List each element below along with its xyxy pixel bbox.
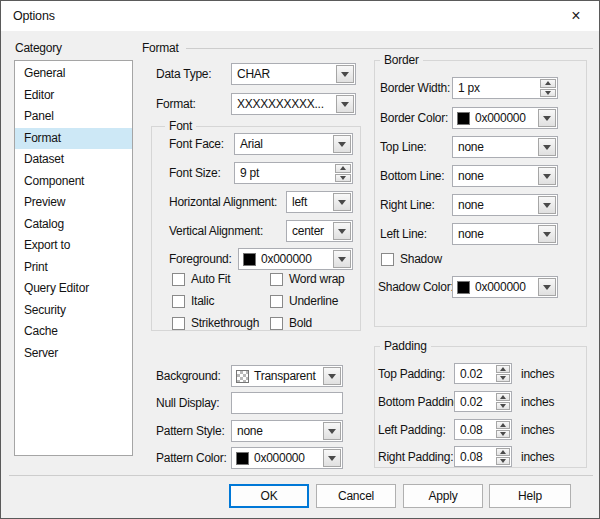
horizontal-alignment-select[interactable]: left xyxy=(286,191,353,213)
arrow-down-icon[interactable] xyxy=(496,457,510,465)
chevron-down-icon[interactable] xyxy=(333,193,351,211)
foreground-color-select[interactable]: 0x000000 xyxy=(238,248,353,270)
sidebar-item-general[interactable]: General xyxy=(15,63,132,85)
chevron-down-icon[interactable] xyxy=(336,95,354,113)
chevron-down-icon[interactable] xyxy=(336,65,354,83)
vertical-alignment-select[interactable]: center xyxy=(286,220,353,242)
bottom-line-select[interactable]: none xyxy=(452,165,558,187)
format-label: Format: xyxy=(156,93,196,115)
chevron-down-icon[interactable] xyxy=(323,449,341,467)
left-line-value: none xyxy=(453,227,537,241)
sidebar-item-component[interactable]: Component xyxy=(15,171,132,193)
arrow-up-icon[interactable] xyxy=(335,164,351,173)
sidebar-item-panel[interactable]: Panel xyxy=(15,106,132,128)
font-size-stepper[interactable]: 9 pt xyxy=(234,162,353,184)
sidebar-item-security[interactable]: Security xyxy=(15,300,132,322)
underline-checkbox[interactable]: Underline xyxy=(270,293,338,309)
sidebar-item-format[interactable]: Format xyxy=(15,128,132,150)
checkbox-label: Italic xyxy=(191,294,214,308)
arrow-down-icon[interactable] xyxy=(496,374,510,382)
arrow-down-icon[interactable] xyxy=(335,174,351,183)
font-face-label: Font Face: xyxy=(169,133,224,155)
arrow-up-icon[interactable] xyxy=(496,393,510,401)
sidebar-item-dataset[interactable]: Dataset xyxy=(15,149,132,171)
pattern-style-select[interactable]: none xyxy=(231,420,343,442)
chevron-down-icon[interactable] xyxy=(538,167,556,185)
chevron-down-icon[interactable] xyxy=(333,135,351,153)
arrow-up-icon[interactable] xyxy=(540,79,556,88)
sidebar-item-query-editor[interactable]: Query Editor xyxy=(15,278,132,300)
strikethrough-checkbox[interactable]: Strikethrough xyxy=(172,315,259,331)
right-line-select[interactable]: none xyxy=(452,194,558,216)
word-wrap-checkbox[interactable]: Word wrap xyxy=(270,271,345,287)
italic-checkbox[interactable]: Italic xyxy=(172,293,214,309)
font-size-value: 9 pt xyxy=(235,166,334,180)
arrow-up-icon[interactable] xyxy=(496,365,510,373)
border-group-title: Border xyxy=(380,54,423,67)
close-icon[interactable]: × xyxy=(555,1,597,31)
data-type-select[interactable]: CHAR xyxy=(231,63,356,85)
top-padding-stepper[interactable]: 0.02 xyxy=(454,363,512,384)
left-padding-stepper[interactable]: 0.08 xyxy=(454,419,512,440)
shadow-checkbox[interactable]: Shadow xyxy=(381,251,442,267)
help-button[interactable]: Help xyxy=(489,484,571,508)
top-line-value: none xyxy=(453,140,537,154)
right-padding-stepper[interactable]: 0.08 xyxy=(454,446,512,467)
right-padding-unit: inches xyxy=(521,446,554,468)
footer-divider xyxy=(9,475,593,476)
background-select[interactable]: Transparent xyxy=(231,365,343,387)
color-swatch xyxy=(457,281,470,294)
sidebar-item-print[interactable]: Print xyxy=(15,257,132,279)
arrow-down-icon[interactable] xyxy=(496,430,510,438)
chevron-down-icon[interactable] xyxy=(323,422,341,440)
border-width-stepper[interactable]: 1 px xyxy=(452,77,558,99)
left-padding-label: Left Padding: xyxy=(378,419,445,441)
category-label: Category xyxy=(15,37,62,59)
chevron-down-icon[interactable] xyxy=(538,225,556,243)
chevron-down-icon[interactable] xyxy=(323,367,341,385)
border-color-select[interactable]: 0x000000 xyxy=(452,107,558,129)
arrow-down-icon[interactable] xyxy=(540,89,556,98)
font-face-value: Arial xyxy=(235,137,332,151)
pattern-color-label: Pattern Color: xyxy=(156,447,227,469)
bold-checkbox[interactable]: Bold xyxy=(270,315,312,331)
cancel-button[interactable]: Cancel xyxy=(316,484,396,508)
sidebar-item-catalog[interactable]: Catalog xyxy=(15,214,132,236)
arrow-down-icon[interactable] xyxy=(496,402,510,410)
top-line-label: Top Line: xyxy=(380,136,426,158)
sidebar-item-preview[interactable]: Preview xyxy=(15,192,132,214)
pattern-color-select[interactable]: 0x000000 xyxy=(231,447,343,469)
sidebar-item-cache[interactable]: Cache xyxy=(15,321,132,343)
vertical-alignment-label: Vertical Alignment: xyxy=(169,220,263,242)
bottom-line-value: none xyxy=(453,169,537,183)
sidebar-item-editor[interactable]: Editor xyxy=(15,85,132,107)
right-padding-label: Right Padding: xyxy=(378,446,453,468)
chevron-down-icon[interactable] xyxy=(333,222,351,240)
arrow-up-icon[interactable] xyxy=(496,448,510,456)
ok-button[interactable]: OK xyxy=(229,484,309,508)
bottom-padding-label: Bottom Padding: xyxy=(378,391,463,413)
auto-fit-checkbox[interactable]: Auto Fit xyxy=(172,271,230,287)
left-line-select[interactable]: none xyxy=(452,223,558,245)
null-display-input[interactable] xyxy=(231,392,343,414)
chevron-down-icon[interactable] xyxy=(333,250,351,268)
sidebar-item-server[interactable]: Server xyxy=(15,343,132,365)
foreground-value: 0x000000 xyxy=(256,252,332,266)
chevron-down-icon[interactable] xyxy=(538,109,556,127)
checkbox-box xyxy=(172,317,185,330)
checkbox-box xyxy=(172,295,185,308)
padding-group-title: Padding xyxy=(380,340,431,353)
format-select[interactable]: XXXXXXXXXX... xyxy=(231,93,356,115)
font-face-select[interactable]: Arial xyxy=(234,133,353,155)
chevron-down-icon[interactable] xyxy=(538,138,556,156)
shadow-color-select[interactable]: 0x000000 xyxy=(452,276,558,298)
border-width-value: 1 px xyxy=(453,81,539,95)
top-line-select[interactable]: none xyxy=(452,136,558,158)
arrow-up-icon[interactable] xyxy=(496,421,510,429)
color-swatch xyxy=(236,452,249,465)
chevron-down-icon[interactable] xyxy=(538,278,556,296)
bottom-padding-stepper[interactable]: 0.02 xyxy=(454,391,512,412)
apply-button[interactable]: Apply xyxy=(403,484,483,508)
sidebar-item-export-to[interactable]: Export to xyxy=(15,235,132,257)
chevron-down-icon[interactable] xyxy=(538,196,556,214)
